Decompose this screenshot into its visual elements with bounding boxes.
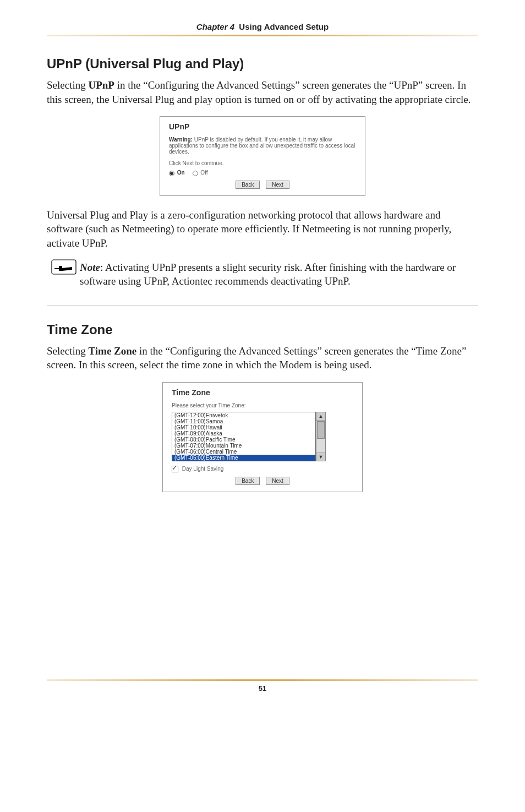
scroll-down-icon[interactable]: ▼ [316, 453, 325, 461]
back-button[interactable]: Back [236, 181, 260, 189]
timezone-screenshot: Time Zone Please select your Time Zone: … [162, 382, 363, 492]
warning-label: Warning: [169, 137, 193, 143]
tz-fig-title: Time Zone [172, 388, 353, 397]
chapter-label: Chapter 4 [196, 22, 234, 31]
timezone-option[interactable]: (GMT-05:00)Eastern Time [172, 455, 315, 461]
note-hand-icon [51, 259, 76, 275]
radio-on-label: On [177, 170, 185, 176]
timezone-option[interactable]: (GMT-09:00)Alaska [172, 430, 315, 437]
timezone-option[interactable]: (GMT-11:00)Samoa [172, 418, 315, 424]
timezone-option[interactable]: (GMT-06:00)Central Time [172, 449, 315, 455]
timezone-option[interactable]: (GMT-08:00)Pacific Time [172, 437, 315, 443]
upnp-paragraph-1: Selecting UPnP in the “Configuring the A… [47, 78, 478, 106]
note-label: Note [80, 261, 100, 273]
section-divider [47, 305, 478, 306]
listbox-scrollbar[interactable]: ▲ ▼ [316, 412, 326, 461]
next-button[interactable]: Next [266, 477, 289, 485]
footer-rule [47, 679, 478, 681]
daylight-label: Day Light Saving [182, 466, 224, 472]
svg-rect-0 [52, 260, 76, 274]
timezone-listbox[interactable]: (GMT-12:00)Eniwetok(GMT-11:00)Samoa(GMT-… [172, 412, 316, 461]
timezone-heading: Time Zone [47, 322, 478, 337]
chapter-title: Using Advanced Setup [239, 22, 329, 31]
radio-off[interactable] [193, 171, 198, 176]
header-rule [47, 35, 478, 36]
warning-text: UPnP is disabled by default. If you enab… [169, 137, 355, 155]
text-bold: Time Zone [88, 345, 136, 357]
note-block: Note: Activating UPnP presents a slight … [80, 260, 478, 288]
daylight-checkbox[interactable] [172, 466, 178, 472]
text-bold: UPnP [88, 79, 114, 91]
tz-prompt: Please select your Time Zone: [172, 402, 353, 408]
running-header: Chapter 4 Using Advanced Setup [47, 22, 478, 31]
note-text: : Activating UPnP presents a slight secu… [80, 261, 456, 287]
text: Selecting [47, 345, 88, 357]
next-button[interactable]: Next [266, 181, 289, 189]
back-button[interactable]: Back [236, 477, 260, 485]
scroll-thumb[interactable] [317, 421, 325, 439]
upnp-paragraph-2: Universal Plug and Play is a zero-config… [47, 208, 478, 250]
click-next-text: Click Next to continue. [169, 160, 356, 166]
text: Selecting [47, 79, 88, 91]
radio-off-label: Off [200, 170, 207, 176]
upnp-screenshot: UPnP Warning: UPnP is disabled by defaul… [160, 116, 365, 195]
upnp-fig-title: UPnP [169, 122, 356, 131]
timezone-option[interactable]: (GMT-12:00)Eniwetok [172, 412, 315, 418]
timezone-option[interactable]: (GMT-10:00)Hawaii [172, 424, 315, 430]
scroll-up-icon[interactable]: ▲ [316, 412, 325, 421]
timezone-paragraph: Selecting Time Zone in the “Configuring … [47, 344, 478, 372]
timezone-option[interactable]: (GMT-07:00)Mountain Time [172, 443, 315, 449]
page-number: 51 [47, 684, 478, 693]
upnp-heading: UPnP (Universal Plug and Play) [47, 56, 478, 72]
radio-on[interactable] [169, 171, 174, 176]
